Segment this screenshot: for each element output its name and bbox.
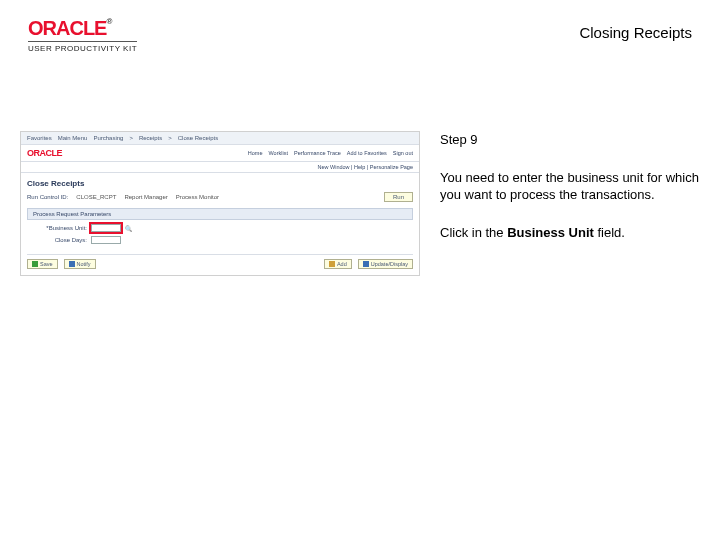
link-worklist[interactable]: Worklist: [269, 150, 288, 156]
breadcrumb-item: Purchasing: [93, 135, 123, 141]
app-logo: ORACLE: [27, 148, 62, 158]
breadcrumb-item: Receipts: [139, 135, 162, 141]
embedded-screenshot: Favorites Main Menu Purchasing > Receipt…: [20, 131, 420, 276]
run-button[interactable]: Run: [384, 192, 413, 202]
close-days-label: Close Days:: [27, 237, 87, 243]
instruction-text-1: You need to enter the business unit for …: [440, 169, 700, 204]
run-control-value: CLOSE_RCPT: [76, 194, 116, 200]
link-signout[interactable]: Sign out: [393, 150, 413, 156]
link-home[interactable]: Home: [248, 150, 263, 156]
business-unit-field[interactable]: [91, 224, 121, 232]
breadcrumb-item: Favorites: [27, 135, 52, 141]
save-icon: [32, 261, 38, 267]
notify-button[interactable]: Notify: [64, 259, 96, 269]
brand-text: ORACLE: [28, 17, 106, 39]
save-button[interactable]: Save: [27, 259, 58, 269]
report-manager-link[interactable]: Report Manager: [124, 194, 167, 200]
breadcrumb: Favorites Main Menu Purchasing > Receipt…: [21, 132, 419, 145]
add-button[interactable]: Add: [324, 259, 352, 269]
notify-icon: [69, 261, 75, 267]
page-title: Close Receipts: [27, 179, 413, 188]
breadcrumb-item: Close Receipts: [178, 135, 218, 141]
link-add-fav[interactable]: Add to Favorites: [347, 150, 387, 156]
breadcrumb-item: Main Menu: [58, 135, 88, 141]
document-title: Closing Receipts: [579, 24, 692, 41]
window-tools: New Window | Help | Personalize Page: [21, 162, 419, 173]
section-header: Process Request Parameters: [27, 208, 413, 220]
update-button[interactable]: Update/Display: [358, 259, 413, 269]
brand-logo: ORACLE® USER PRODUCTIVITY KIT: [28, 18, 137, 53]
trademark: ®: [106, 17, 111, 26]
business-unit-label: *Business Unit:: [27, 225, 87, 231]
instruction-text-2: Click in the Business Unit field.: [440, 224, 700, 242]
link-perf-trace[interactable]: Performance Trace: [294, 150, 341, 156]
lookup-icon[interactable]: 🔍: [125, 225, 132, 232]
run-control-label: Run Control ID:: [27, 194, 68, 200]
process-monitor-link[interactable]: Process Monitor: [176, 194, 219, 200]
step-label: Step 9: [440, 131, 700, 149]
add-icon: [329, 261, 335, 267]
close-days-field[interactable]: [91, 236, 121, 244]
top-links: Home Worklist Performance Trace Add to F…: [248, 150, 413, 156]
update-icon: [363, 261, 369, 267]
instruction-panel: Step 9 You need to enter the business un…: [440, 131, 700, 276]
subbrand-text: USER PRODUCTIVITY KIT: [28, 41, 137, 53]
